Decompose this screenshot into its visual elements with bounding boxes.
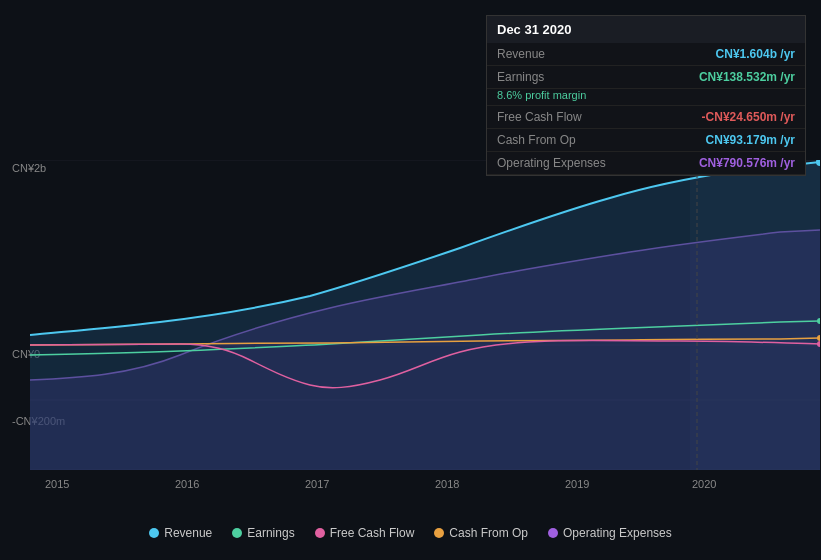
earnings-value: CN¥138.532m /yr: [699, 70, 795, 84]
tooltip-row-revenue: Revenue CN¥1.604b /yr: [487, 43, 805, 66]
legend-item-revenue[interactable]: Revenue: [149, 526, 212, 540]
tooltip-title: Dec 31 2020: [487, 16, 805, 43]
revenue-label: Revenue: [497, 47, 545, 61]
opex-value: CN¥790.576m /yr: [699, 156, 795, 170]
tooltip-card: Dec 31 2020 Revenue CN¥1.604b /yr Earnin…: [486, 15, 806, 176]
earnings-label: Earnings: [497, 70, 544, 84]
chart-legend: Revenue Earnings Free Cash Flow Cash Fro…: [0, 526, 821, 540]
profit-margin: 8.6% profit margin: [487, 89, 805, 106]
tooltip-row-fcf: Free Cash Flow -CN¥24.650m /yr: [487, 106, 805, 129]
legend-dot-opex: [548, 528, 558, 538]
legend-label-revenue: Revenue: [164, 526, 212, 540]
x-label-2018: 2018: [435, 478, 459, 490]
legend-item-fcf[interactable]: Free Cash Flow: [315, 526, 415, 540]
cashfromop-label: Cash From Op: [497, 133, 576, 147]
legend-label-opex: Operating Expenses: [563, 526, 672, 540]
x-label-2020: 2020: [692, 478, 716, 490]
legend-dot-cashfromop: [434, 528, 444, 538]
tooltip-row-opex: Operating Expenses CN¥790.576m /yr: [487, 152, 805, 175]
legend-label-earnings: Earnings: [247, 526, 294, 540]
x-label-2017: 2017: [305, 478, 329, 490]
revenue-value: CN¥1.604b /yr: [716, 47, 795, 61]
cashfromop-value: CN¥93.179m /yr: [706, 133, 795, 147]
legend-item-cashfromop[interactable]: Cash From Op: [434, 526, 528, 540]
legend-item-earnings[interactable]: Earnings: [232, 526, 294, 540]
tooltip-row-earnings: Earnings CN¥138.532m /yr: [487, 66, 805, 89]
legend-label-fcf: Free Cash Flow: [330, 526, 415, 540]
x-label-2016: 2016: [175, 478, 199, 490]
fcf-label: Free Cash Flow: [497, 110, 582, 124]
x-label-2015: 2015: [45, 478, 69, 490]
fcf-value: -CN¥24.650m /yr: [702, 110, 795, 124]
chart-container: Dec 31 2020 Revenue CN¥1.604b /yr Earnin…: [0, 0, 821, 560]
chart-svg: [30, 160, 820, 470]
x-label-2019: 2019: [565, 478, 589, 490]
legend-item-opex[interactable]: Operating Expenses: [548, 526, 672, 540]
legend-dot-revenue: [149, 528, 159, 538]
opex-label: Operating Expenses: [497, 156, 606, 170]
legend-dot-fcf: [315, 528, 325, 538]
tooltip-row-cashfromop: Cash From Op CN¥93.179m /yr: [487, 129, 805, 152]
legend-label-cashfromop: Cash From Op: [449, 526, 528, 540]
legend-dot-earnings: [232, 528, 242, 538]
